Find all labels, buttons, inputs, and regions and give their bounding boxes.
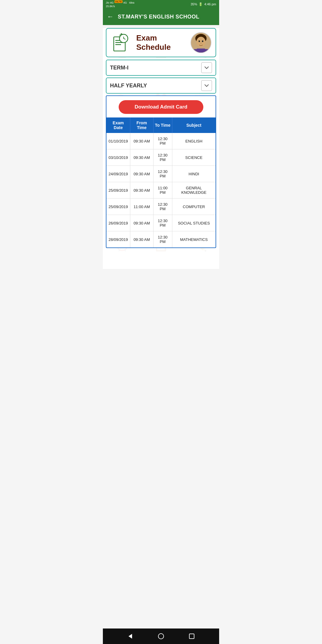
cell-subject-2: HINDI	[172, 166, 216, 182]
term-label: TERM-I	[110, 65, 201, 71]
svg-rect-3	[115, 44, 121, 45]
download-admit-card-button[interactable]: Download Admit Card	[119, 100, 203, 114]
table-row: 25/09/201911:00 AM12:30 PMCOMPUTER	[106, 199, 216, 215]
cell-from-6: 09:30 AM	[130, 231, 154, 248]
cell-subject-3: GENRAL KNOWLEDGE	[172, 182, 216, 199]
cell-from-1: 09:30 AM	[130, 149, 154, 166]
exam-schedule-title: Exam Schedule	[136, 33, 191, 52]
cell-date-3: 25/09/2019	[106, 182, 130, 199]
status-right: 35% 🔋 4:46 pm	[191, 2, 216, 6]
cell-subject-5: SOCIAL STUDIES	[172, 215, 216, 231]
period-dropdown[interactable]: HALF YEARLY	[106, 78, 216, 94]
table-header-row: Exam Date From Time To Time Subject	[106, 117, 216, 133]
cell-to-5: 12:30 PM	[153, 215, 172, 231]
signal-speed: 25.8K/s	[106, 5, 134, 8]
cell-to-6: 12:30 PM	[153, 231, 172, 248]
carrier-line1: Jio 4G VoLTE 4G Idea	[106, 0, 134, 5]
cell-date-2: 24/09/2019	[106, 166, 130, 182]
cell-date-5: 26/09/2019	[106, 215, 130, 231]
student-avatar	[191, 32, 211, 53]
cell-from-5: 09:30 AM	[130, 215, 154, 231]
table-header: Exam Date From Time To Time Subject	[106, 117, 216, 133]
cell-date-6: 28/09/2019	[106, 231, 130, 248]
back-button[interactable]: ←	[107, 13, 114, 21]
download-btn-row: Download Admit Card	[106, 96, 216, 117]
cell-subject-6: MATHEMATICS	[172, 231, 216, 248]
cell-date-4: 25/09/2019	[106, 199, 130, 215]
svg-point-10	[196, 37, 205, 47]
period-label: HALF YEARLY	[110, 83, 201, 89]
cell-date-1: 03/10/2019	[106, 149, 130, 166]
exam-table-section: Download Admit Card Exam Date From Time …	[106, 95, 216, 248]
table-row: 26/09/201909:30 AM12:30 PMSOCIAL STUDIES	[106, 215, 216, 231]
term-dropdown[interactable]: TERM-I	[106, 60, 216, 76]
battery-icon: 🔋	[199, 2, 203, 6]
table-row: 25/09/201909:30 AM11:00 PMGENRAL KNOWLED…	[106, 182, 216, 199]
app-header: ← ST.MARY'S ENGLISH SCHOOL	[103, 8, 219, 25]
svg-rect-15	[194, 49, 208, 52]
cell-from-2: 09:30 AM	[130, 166, 154, 182]
status-bar: Jio 4G VoLTE 4G Idea 25.8K/s 35% 🔋 4:46 …	[103, 0, 219, 8]
cell-subject-0: ENGLISH	[172, 133, 216, 149]
main-content: ⏰ 📋 ✏️ 📚 ⏰ 📋 ✏️ 📚 ⏰ 📋 ✏️ 📚 ⏰ 📋 ✏️	[103, 28, 219, 269]
col-exam-date: Exam Date	[106, 117, 130, 133]
clock: 4:46 pm	[204, 2, 216, 6]
cell-subject-1: SCIENCE	[172, 149, 216, 166]
cell-from-3: 09:30 AM	[130, 182, 154, 199]
col-from-time: From Time	[130, 117, 154, 133]
app-title: ST.MARY'S ENGLISH SCHOOL	[118, 14, 199, 20]
cell-to-0: 12:30 PM	[153, 133, 172, 149]
battery-level: 35%	[191, 2, 197, 6]
exam-schedule-table: Exam Date From Time To Time Subject 01/1…	[106, 117, 216, 247]
cell-subject-4: COMPUTER	[172, 199, 216, 215]
svg-point-13	[201, 43, 202, 44]
term-dropdown-arrow[interactable]	[201, 62, 212, 73]
cell-from-4: 11:00 AM	[130, 199, 154, 215]
table-row: 24/09/201909:30 AM12:30 PMHINDI	[106, 166, 216, 182]
table-row: 03/10/201909:30 AM12:30 PMSCIENCE	[106, 149, 216, 166]
cell-to-2: 12:30 PM	[153, 166, 172, 182]
cell-from-0: 09:30 AM	[130, 133, 154, 149]
table-row: 28/09/201909:30 AM12:30 PMMATHEMATICS	[106, 231, 216, 248]
table-body: 01/10/201909:30 AM12:30 PMENGLISH03/10/2…	[106, 133, 216, 247]
svg-point-12	[202, 40, 203, 42]
svg-point-11	[199, 40, 200, 42]
exam-schedule-card: Exam Schedule	[106, 28, 216, 57]
cell-to-1: 12:30 PM	[153, 149, 172, 166]
col-subject: Subject	[172, 117, 216, 133]
cell-to-3: 11:00 PM	[153, 182, 172, 199]
cell-date-0: 01/10/2019	[106, 133, 130, 149]
carrier-info: Jio 4G VoLTE 4G Idea 25.8K/s	[106, 0, 134, 8]
table-row: 01/10/201909:30 AM12:30 PMENGLISH	[106, 133, 216, 149]
cell-to-4: 12:30 PM	[153, 199, 172, 215]
period-dropdown-arrow[interactable]	[201, 80, 212, 91]
col-to-time: To Time	[153, 117, 172, 133]
schedule-icon	[111, 32, 131, 53]
